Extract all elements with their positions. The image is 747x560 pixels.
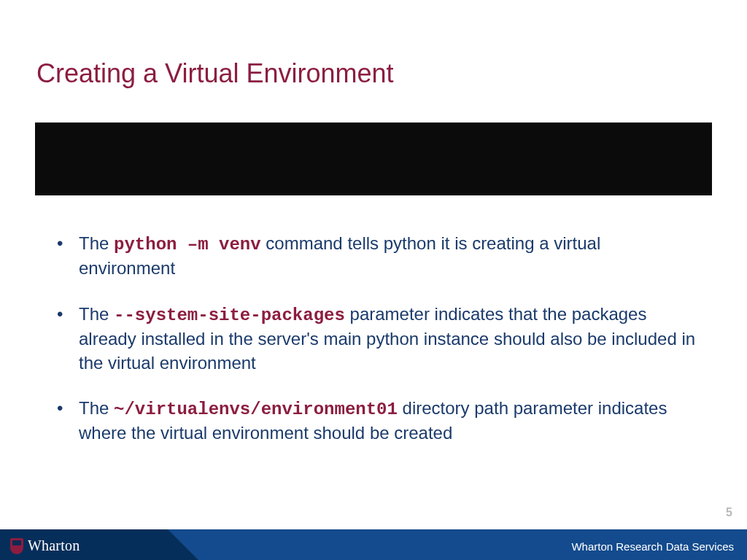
footer-right-text: Wharton Research Data Services bbox=[571, 540, 734, 553]
bullet-text-pre: The bbox=[79, 304, 114, 324]
inline-code: ~/virtualenvs/environment01 bbox=[114, 400, 398, 419]
list-item: The --system-site-packages parameter ind… bbox=[57, 303, 699, 375]
wharton-logo: Wharton bbox=[10, 537, 80, 554]
list-item: The ~/virtualenvs/environment01 director… bbox=[57, 397, 699, 446]
shield-icon bbox=[10, 538, 23, 554]
bullet-text-pre: The bbox=[79, 233, 114, 253]
bullet-list: The python –m venv command tells python … bbox=[57, 232, 699, 467]
bullet-text-pre: The bbox=[79, 398, 114, 418]
page-number: 5 bbox=[726, 506, 732, 519]
inline-code: python –m venv bbox=[114, 235, 261, 254]
slide-title: Creating a Virtual Environment bbox=[36, 58, 394, 89]
footer-bar: Wharton Wharton Research Data Services bbox=[0, 529, 747, 560]
inline-code: --system-site-packages bbox=[114, 306, 345, 325]
list-item: The python –m venv command tells python … bbox=[57, 232, 699, 281]
logo-text: Wharton bbox=[28, 537, 80, 554]
slide: Creating a Virtual Environment [wrds-clo… bbox=[0, 0, 747, 560]
terminal-screenshot: [wrds-cloud] $ [wrds-cloud] $ python -m … bbox=[35, 122, 712, 195]
